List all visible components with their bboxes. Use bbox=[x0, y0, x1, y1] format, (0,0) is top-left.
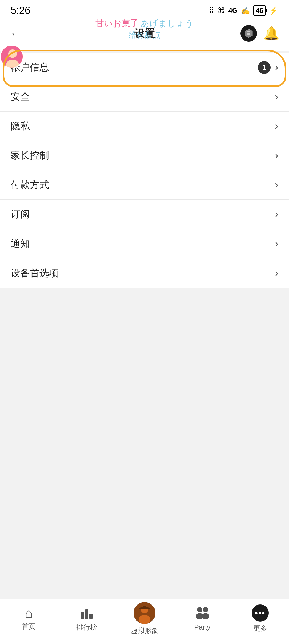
charging-icon: ⚡ bbox=[269, 6, 278, 15]
parental-arrow-icon: › bbox=[275, 150, 278, 161]
nav-party-label: Party bbox=[194, 623, 210, 631]
signal-icon: 4G bbox=[228, 6, 238, 15]
settings-item-payment[interactable]: 付款方式 › bbox=[0, 170, 289, 200]
page: 5:26 ⠿ ⌘ 4G ✍ 46 ⚡ 甘いお菓子 あげましょう 给你甜点 ← 设… bbox=[0, 0, 289, 644]
account-badge: 1 bbox=[258, 61, 271, 74]
nav-more-label: 更多 bbox=[253, 624, 267, 633]
settings-item-parental-label: 家长控制 bbox=[11, 149, 49, 162]
svg-rect-17 bbox=[196, 614, 208, 614]
vibrate-icon: ⠿ bbox=[209, 6, 214, 15]
more-dots: ••• bbox=[255, 609, 266, 617]
settings-item-privacy[interactable]: 隐私 › bbox=[0, 112, 289, 141]
settings-item-payment-label: 付款方式 bbox=[11, 178, 49, 191]
battery-level: 46 bbox=[256, 6, 263, 14]
svg-rect-3 bbox=[247, 34, 250, 35]
account-arrow-icon: › bbox=[275, 62, 278, 73]
wifi-icon: ⌘ bbox=[218, 6, 225, 15]
avatar-nav-image bbox=[134, 602, 155, 624]
content-spacer bbox=[0, 288, 289, 448]
privacy-arrow-icon: › bbox=[275, 120, 278, 132]
svg-point-13 bbox=[197, 607, 202, 612]
nav-item-leaderboard[interactable]: 排行榜 bbox=[58, 606, 116, 632]
settings-item-account[interactable]: 帐户信息 1 › bbox=[0, 53, 289, 82]
status-time: 5:26 bbox=[11, 5, 30, 16]
svg-rect-8 bbox=[85, 609, 88, 619]
user-avatar[interactable] bbox=[0, 45, 23, 68]
robux-icon bbox=[244, 29, 254, 38]
nav-avatar-label: 虚拟形象 bbox=[131, 626, 158, 635]
bottom-navigation: ⌂ 首页 排行榜 bbox=[0, 599, 289, 644]
nav-leaderboard-label: 排行榜 bbox=[76, 623, 97, 632]
header-actions: 🔔 bbox=[240, 25, 279, 42]
settings-item-subscription-label: 订阅 bbox=[11, 208, 30, 221]
payment-arrow-icon: › bbox=[275, 179, 278, 191]
page-title: 设置 bbox=[134, 27, 155, 40]
settings-item-parental[interactable]: 家长控制 › bbox=[0, 141, 289, 170]
nav-item-home[interactable]: ⌂ 首页 bbox=[0, 606, 58, 631]
settings-item-subscription[interactable]: 订阅 › bbox=[0, 200, 289, 229]
nav-item-more[interactable]: ••• 更多 bbox=[231, 604, 289, 633]
settings-item-security-label: 安全 bbox=[11, 90, 30, 103]
settings-item-notifications-label: 通知 bbox=[11, 237, 30, 250]
status-bar: 5:26 ⠿ ⌘ 4G ✍ 46 ⚡ bbox=[0, 0, 289, 19]
robux-button[interactable] bbox=[240, 25, 257, 42]
header: ← 设置 🔔 bbox=[0, 19, 289, 51]
avatar-image bbox=[0, 45, 23, 68]
security-arrow-icon: › bbox=[275, 91, 278, 103]
settings-item-account-right: 1 › bbox=[258, 61, 278, 74]
settings-list: 帐户信息 1 › 安全 › 隐私 › 家长控制 bbox=[0, 53, 289, 288]
leaderboard-icon bbox=[79, 606, 94, 621]
signal-bars-icon: ✍ bbox=[241, 6, 250, 15]
avatar-nav-svg bbox=[134, 602, 155, 624]
settings-item-device-label: 设备首选项 bbox=[11, 267, 59, 280]
home-icon: ⌂ bbox=[25, 606, 33, 620]
nav-item-party[interactable]: Party bbox=[173, 606, 231, 631]
avatar-nav-icon bbox=[134, 602, 155, 624]
status-icons: ⠿ ⌘ 4G ✍ 46 ⚡ bbox=[209, 5, 278, 16]
svg-rect-2 bbox=[247, 33, 250, 34]
nav-home-label: 首页 bbox=[22, 622, 36, 631]
notification-bell-icon[interactable]: 🔔 bbox=[263, 26, 279, 41]
svg-point-15 bbox=[203, 607, 208, 612]
svg-point-5 bbox=[8, 49, 17, 58]
settings-item-security[interactable]: 安全 › bbox=[0, 82, 289, 112]
settings-item-notifications[interactable]: 通知 › bbox=[0, 229, 289, 258]
svg-rect-9 bbox=[89, 614, 93, 619]
avatar-svg bbox=[1, 46, 23, 68]
more-icon: ••• bbox=[252, 604, 269, 622]
svg-rect-1 bbox=[247, 31, 250, 32]
party-icon bbox=[194, 606, 210, 621]
nav-item-avatar[interactable]: 虚拟形象 bbox=[116, 602, 174, 635]
notifications-arrow-icon: › bbox=[275, 238, 278, 249]
settings-item-device[interactable]: 设备首选项 › bbox=[0, 258, 289, 288]
account-badge-count: 1 bbox=[262, 63, 266, 72]
device-arrow-icon: › bbox=[275, 268, 278, 279]
settings-item-privacy-label: 隐私 bbox=[11, 120, 30, 133]
content-area: 帐户信息 1 › 安全 › 隐私 › 家长控制 bbox=[0, 51, 289, 644]
subscription-arrow-icon: › bbox=[275, 209, 278, 220]
back-button[interactable]: ← bbox=[10, 27, 21, 40]
battery-indicator: 46 bbox=[253, 5, 266, 16]
svg-rect-7 bbox=[81, 612, 84, 619]
